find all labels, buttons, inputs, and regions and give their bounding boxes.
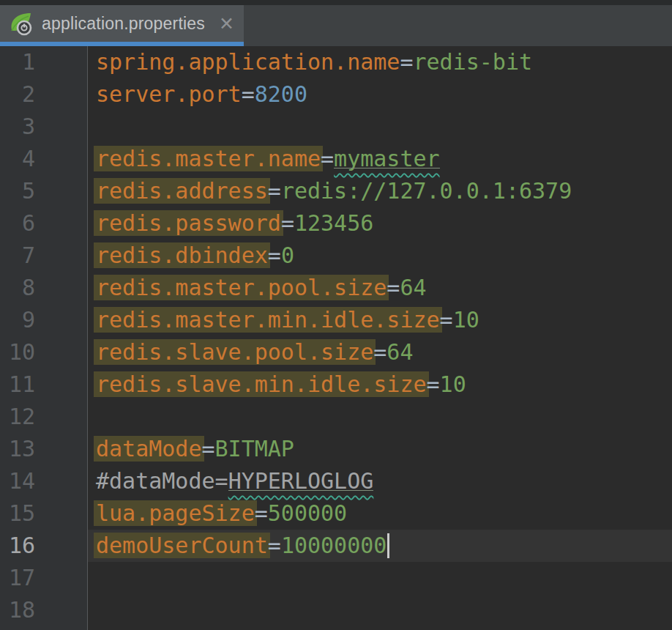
line-number[interactable]: 10 <box>0 336 35 368</box>
tab-close-icon[interactable]: ✕ <box>219 15 234 33</box>
code-line[interactable]: redis.slave.min.idle.size=10 <box>88 368 672 401</box>
code-segment-value: 123456 <box>294 210 373 236</box>
line-number[interactable]: 11 <box>0 368 35 401</box>
code-segment-eq: = <box>268 533 281 558</box>
gutter-line: 6 <box>0 207 87 240</box>
line-number[interactable]: 8 <box>0 272 35 304</box>
gutter-line: 2 <box>0 78 87 111</box>
code-line[interactable]: demoUserCount=10000000 <box>88 530 672 562</box>
ide-window: application.properties ✕ 123456789101112… <box>0 0 672 630</box>
code-line[interactable]: #dataMode=HYPERLOGLOG <box>88 465 672 497</box>
code-segment-key: server.port <box>96 81 242 107</box>
spring-boot-file-icon <box>9 11 34 36</box>
line-number[interactable]: 9 <box>0 304 35 336</box>
code-segment-value: 500000 <box>268 500 347 526</box>
gutter-line: 11 <box>0 368 87 401</box>
line-number[interactable]: 18 <box>0 594 35 626</box>
code-line[interactable]: lua.pageSize=500000 <box>88 497 672 530</box>
gutter-line: 5 <box>0 175 87 207</box>
code-segment-eq: = <box>268 178 281 204</box>
line-number[interactable]: 17 <box>0 562 35 594</box>
code-segment-key: redis.slave.pool.size <box>96 339 373 365</box>
code-segment-value: 10 <box>440 371 466 397</box>
code-segment-value: 0 <box>281 242 294 268</box>
line-number[interactable]: 7 <box>0 240 35 272</box>
gutter-line: 8 <box>0 272 87 304</box>
code-segment-eq: = <box>387 275 400 300</box>
code-line[interactable]: server.port=8200 <box>88 78 672 111</box>
code-segment-value: BITMAP <box>215 436 294 462</box>
code-segment-value: redis-bit <box>413 49 532 75</box>
code-segment-key: redis.master.name <box>96 146 321 171</box>
tab-application-properties[interactable]: application.properties ✕ <box>0 5 244 46</box>
window-top-strip <box>0 0 672 5</box>
code-line[interactable]: redis.master.name=mymaster <box>88 143 672 175</box>
line-number[interactable]: 15 <box>0 497 35 530</box>
gutter-line: 3 <box>0 111 87 143</box>
code-line[interactable] <box>88 111 672 143</box>
code-segment-eq: = <box>281 210 294 236</box>
editor-tab-bar: application.properties ✕ <box>0 0 672 46</box>
code-segment-eq: = <box>242 81 255 107</box>
line-number[interactable]: 2 <box>0 78 35 111</box>
gutter-line: 4 <box>0 143 87 175</box>
gutter-line: 12 <box>0 401 87 433</box>
code-line[interactable]: redis.password=123456 <box>88 207 672 240</box>
code-segment-key: demoUserCount <box>96 533 268 558</box>
line-number[interactable]: 4 <box>0 143 35 175</box>
line-number[interactable]: 14 <box>0 465 35 497</box>
line-number[interactable]: 6 <box>0 207 35 240</box>
line-number[interactable]: 16 <box>0 530 35 562</box>
code-line[interactable] <box>88 562 672 594</box>
gutter-line: 18 <box>0 594 87 626</box>
gutter-line: 16 <box>0 530 87 562</box>
gutter-line: 17 <box>0 562 87 594</box>
code-segment-comment-typo: HYPERLOGLOG <box>228 468 374 494</box>
code-segment-key: redis.master.pool.size <box>96 275 387 300</box>
code-line[interactable]: redis.master.min.idle.size=10 <box>88 304 672 336</box>
code-segment-value: 10 <box>453 307 479 333</box>
line-number[interactable]: 5 <box>0 175 35 207</box>
code-segment-eq: = <box>400 49 413 75</box>
code-segment-key: lua.pageSize <box>96 500 255 526</box>
gutter-line: 7 <box>0 240 87 272</box>
tab-title: application.properties <box>42 14 205 34</box>
code-segment-key: redis.password <box>96 210 281 236</box>
gutter-line: 13 <box>0 433 87 465</box>
line-number-gutter: 123456789101112131415161718 <box>0 46 88 630</box>
code-segment-key: spring.application.name <box>96 49 400 75</box>
code-line[interactable]: redis.address=redis://127.0.0.1:6379 <box>88 175 672 207</box>
gutter-line: 10 <box>0 336 87 368</box>
code-segment-eq: = <box>373 339 387 365</box>
code-segment-value-typo: mymaster <box>334 146 440 171</box>
gutter-line: 1 <box>0 46 87 78</box>
code-segment-eq: = <box>202 436 215 462</box>
code-segment-key: redis.dbindex <box>96 242 268 268</box>
code-segment-value: redis://127.0.0.1:6379 <box>281 178 572 204</box>
code-segment-key: dataMode <box>96 436 202 462</box>
line-number[interactable]: 13 <box>0 433 35 465</box>
code-area[interactable]: spring.application.name=redis-bitserver.… <box>88 46 672 630</box>
code-line[interactable]: spring.application.name=redis-bit <box>88 46 672 78</box>
code-line[interactable]: redis.master.pool.size=64 <box>88 272 672 304</box>
code-editor[interactable]: 123456789101112131415161718 spring.appli… <box>0 46 672 630</box>
line-number[interactable]: 1 <box>0 46 35 78</box>
gutter-line: 14 <box>0 465 87 497</box>
code-segment-eq: = <box>440 307 453 333</box>
code-segment-number: 8200 <box>255 81 307 107</box>
code-line[interactable]: redis.slave.pool.size=64 <box>88 336 672 368</box>
code-segment-key: redis.address <box>96 178 268 204</box>
code-line[interactable] <box>88 401 672 433</box>
code-segment-comment: #dataMode= <box>96 468 228 494</box>
code-segment-value: 10000000 <box>281 533 387 558</box>
code-line[interactable]: dataMode=BITMAP <box>88 433 672 465</box>
line-number[interactable]: 3 <box>0 111 35 143</box>
line-number[interactable]: 12 <box>0 401 35 433</box>
code-line[interactable] <box>88 594 672 626</box>
code-segment-eq: = <box>255 500 268 526</box>
code-segment-eq: = <box>321 146 334 171</box>
code-segment-key: redis.slave.min.idle.size <box>96 371 427 397</box>
code-line[interactable]: redis.dbindex=0 <box>88 240 672 272</box>
code-segment-eq: = <box>268 242 281 268</box>
code-segment-value: 64 <box>387 339 413 365</box>
